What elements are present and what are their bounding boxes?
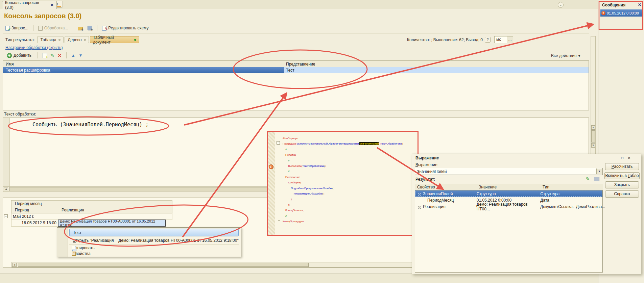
toolbar-separator: [38, 52, 38, 58]
calculate-button[interactable]: Рассчитать: [605, 163, 639, 170]
toolbar-separator: [33, 25, 33, 31]
processing-icon: [38, 26, 43, 31]
copy-item-icon[interactable]: [43, 53, 47, 58]
window-list-chevron-icon[interactable]: ⌄: [558, 2, 564, 8]
messages-title: Сообщения: [602, 3, 625, 7]
menu-item-open[interactable]: Открыть "Реализация = Демо: Реализация т…: [69, 236, 239, 244]
load-file-button[interactable]: [76, 25, 84, 31]
folder-gear-icon: [78, 27, 83, 30]
realization-cell-selected[interactable]: Демо: Реализация товаров НТ00-А00001 от …: [58, 220, 166, 227]
table-row[interactable]: Тестовая расшифровка Тест: [3, 67, 589, 73]
tree-line: [6, 224, 8, 224]
processing-button[interactable]: Обработка...: [37, 25, 70, 31]
menu-icon-strip: [57, 228, 68, 257]
properties-icon: [72, 252, 76, 256]
close-button[interactable]: Закрыть: [605, 181, 639, 188]
move-down-icon[interactable]: ▼: [79, 53, 83, 58]
result-type-table-button[interactable]: Таблица: [37, 36, 64, 43]
dropdown-icon[interactable]: ▼: [596, 169, 602, 174]
scroll-thumb[interactable]: [18, 263, 309, 267]
print-icon[interactable]: [594, 177, 599, 181]
context-menu: Тест Открыть "Реализация = Демо: Реализа…: [57, 227, 241, 257]
menu-item-copy[interactable]: Копировать: [69, 245, 239, 251]
message-text: 01.05.2012 0:00:00: [607, 11, 639, 15]
state-dot-icon: [134, 39, 136, 41]
handlers-toolbar: + Добавить ✎ ✕ ▲ ▼: [5, 52, 82, 59]
help-button[interactable]: Справка: [605, 190, 639, 198]
tab-close-icon[interactable]: ✕: [50, 3, 54, 7]
column-header-presentation[interactable]: Представление: [286, 62, 315, 67]
column-header-realization[interactable]: Реализация: [58, 207, 172, 213]
warning-icon: !: [601, 11, 605, 15]
column-header-period[interactable]: Период: [11, 207, 58, 213]
table-row[interactable]: +Реализация Демо: Реализация товаров НТ0…: [415, 203, 602, 210]
period-cell[interactable]: 16.05.2012 9:18:00: [11, 220, 58, 227]
maximize-icon[interactable]: □: [620, 156, 625, 160]
handler-name-cell[interactable]: Тестовая расшифровка: [6, 68, 50, 73]
configurator-code-window: ▸ − &НаСервереПроцедура ВыполнитьПроизво…: [267, 131, 419, 236]
move-up-icon[interactable]: ▲: [71, 53, 75, 58]
handler-code-line[interactable]: Сообщить (ЗначенияПолей.ПериодМесяц) ;: [32, 122, 148, 128]
processing-settings-link[interactable]: Настройки обработки (скрыть): [5, 45, 63, 50]
handlers-table[interactable]: Имя Представление Тестовая расшифровка Т…: [3, 60, 589, 110]
group-collapse-icon[interactable]: −: [4, 214, 8, 218]
expression-input[interactable]: ЗначенияПолей ▼: [415, 168, 603, 175]
scroll-left-icon[interactable]: ◄: [12, 263, 17, 267]
fold-collapse-icon[interactable]: −: [277, 141, 280, 145]
message-row[interactable]: ! 01.05.2012 0:00:00: [600, 9, 642, 17]
handler-presentation-cell[interactable]: Тест: [284, 67, 589, 73]
scroll-thumb[interactable]: [591, 130, 595, 143]
all-actions-button[interactable]: Все действия ▾: [551, 53, 580, 58]
column-header-name[interactable]: Имя: [6, 62, 14, 67]
units-field[interactable]: мс: [494, 36, 507, 43]
result-label: Результат:: [415, 177, 435, 182]
help-button[interactable]: ?: [485, 37, 491, 43]
edit-result-icon[interactable]: ✎: [586, 176, 590, 182]
menu-item-test[interactable]: Тест: [69, 229, 239, 236]
table-row[interactable]: −ЗначенияПолей Структура Структура: [415, 190, 602, 197]
result-type-label: Тип результата:: [5, 37, 35, 42]
state-dot-icon: [84, 39, 86, 41]
column-divider[interactable]: [284, 61, 284, 67]
menu-item-properties[interactable]: Свойства: [69, 251, 239, 256]
query-button[interactable]: Запрос...: [4, 25, 30, 31]
result-type-spreadsheet-button[interactable]: Табличный документ: [90, 36, 139, 43]
column-header-property[interactable]: Свойство: [415, 184, 477, 190]
collapse-icon[interactable]: −: [418, 193, 421, 196]
code-hatch-strip: [268, 132, 275, 235]
group-column-header[interactable]: Период месяц: [11, 200, 172, 207]
result-type-tree-button[interactable]: Дерево: [65, 36, 89, 43]
code-text[interactable]: &НаСервереПроцедура ВыполнитьПроизвольны…: [283, 136, 417, 225]
fold-line: [278, 145, 278, 220]
close-icon[interactable]: ✕: [638, 2, 641, 7]
result-table[interactable]: Свойство Значение Тип −ЗначенияПолей Стр…: [415, 184, 603, 273]
expression-dialog: Выражение □ ✕ Выражение: ЗначенияПолей ▼…: [412, 154, 641, 274]
save-file-button[interactable]: [86, 25, 94, 31]
delete-item-icon[interactable]: ✕: [58, 53, 62, 58]
scroll-down-icon[interactable]: ▼: [591, 143, 595, 148]
include-in-board-button[interactable]: Включить в табло: [604, 172, 640, 179]
page-title: Консоль запросов (3.0): [4, 12, 81, 20]
main-toolbar: Запрос... Обработка... Редактировать схе…: [4, 24, 150, 32]
edit-schema-button[interactable]: Редактировать схему: [101, 25, 150, 31]
scroll-left-icon[interactable]: ◄: [4, 187, 8, 191]
column-header-value[interactable]: Значение: [477, 184, 541, 190]
dialog-title: Выражение: [415, 156, 439, 160]
expression-label: Выражение:: [415, 162, 438, 167]
column-header-type[interactable]: Тип: [541, 184, 603, 190]
fold-line: [278, 220, 280, 221]
toolbar-separator: [66, 52, 67, 58]
query-icon: [5, 26, 10, 31]
units-more-button[interactable]: ...: [507, 36, 513, 43]
toolbar-divider: [3, 33, 589, 33]
edit-item-icon[interactable]: ✎: [50, 53, 54, 58]
expand-icon[interactable]: +: [418, 206, 421, 209]
scroll-up-icon[interactable]: ▲: [591, 125, 595, 130]
scroll-thumb[interactable]: [9, 187, 293, 191]
close-icon[interactable]: ✕: [627, 156, 631, 160]
tab-label: Консоль запросов (3.0): [5, 0, 48, 10]
current-line-marker-icon: ▸: [269, 164, 273, 169]
add-button[interactable]: + Добавить: [5, 52, 33, 59]
handler-text-label: Текст обработки:: [4, 112, 36, 117]
tab-query-console[interactable]: Консоль запросов (3.0) ✕: [2, 1, 57, 9]
